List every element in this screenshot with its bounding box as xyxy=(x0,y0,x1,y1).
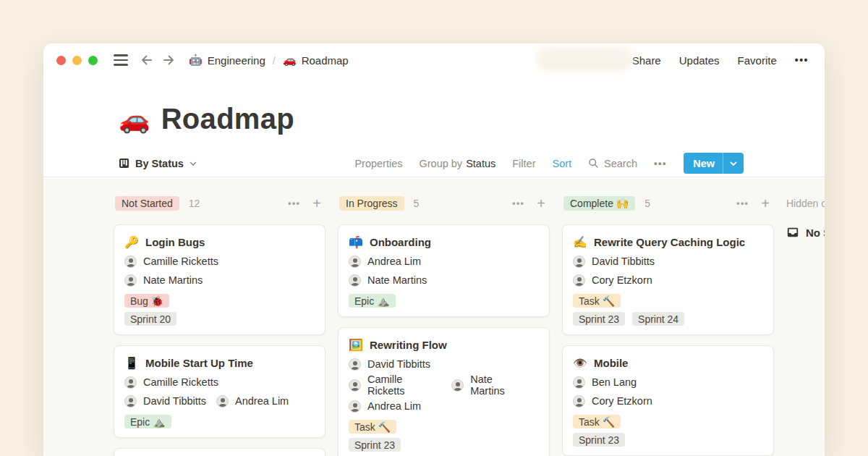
minimize-window-button[interactable] xyxy=(72,56,82,65)
board-card-login-bugs[interactable]: 🔑Login BugsCamille RickettsNate MartinsB… xyxy=(114,224,326,335)
assignee-name: Cory Etzkorn xyxy=(592,395,652,407)
column-more-icon[interactable]: ••• xyxy=(512,198,524,208)
new-dropdown-button[interactable] xyxy=(723,160,744,167)
zoom-window-button[interactable] xyxy=(88,56,98,65)
board-column-not-started: Not Started12•••+🔑Login BugsCamille Rick… xyxy=(114,194,326,456)
search-label: Search xyxy=(604,158,637,169)
avatar xyxy=(349,274,361,287)
assignee-andrea-lim: Andrea Lim xyxy=(216,395,289,408)
card-assignee-row: David TibbittsAndrea Lim xyxy=(124,392,315,410)
column-add-icon[interactable]: + xyxy=(537,196,545,211)
share-button[interactable]: Share xyxy=(632,54,661,67)
titlebar-actions: Share Updates Favorite ••• xyxy=(632,54,809,67)
assignee-name: Cory Etzkorn xyxy=(592,274,652,286)
filter-button[interactable]: Filter xyxy=(512,158,535,169)
column-actions: •••+ xyxy=(512,196,545,211)
avatar xyxy=(124,395,137,408)
assignee-david-tibbitts: David Tibbitts xyxy=(349,358,430,371)
assignee-cory-etzkorn: Cory Etzkorn xyxy=(573,395,652,408)
column-actions: •••+ xyxy=(736,196,770,211)
assignee-camille-ricketts: Camille Ricketts xyxy=(349,373,441,397)
column-add-icon[interactable]: + xyxy=(761,196,770,211)
card-assignee-row: Camille RickettsNate Martins xyxy=(349,373,539,397)
search-button[interactable]: Search xyxy=(588,158,637,169)
hidden-column-no-status[interactable]: No Status xyxy=(786,226,825,239)
board-card-rewriting-flow[interactable]: 🖼️Rewriting FlowDavid TibbittsCamille Ri… xyxy=(338,327,550,456)
card-title: ✍️Rewrite Query Caching Logic xyxy=(573,232,763,252)
card-emoji-icon: 👁️ xyxy=(573,358,587,369)
tag-sprint-23: Sprint 23 xyxy=(349,438,401,452)
breadcrumb-page[interactable]: 🚗 Roadmap xyxy=(283,54,349,67)
chevron-down-icon xyxy=(730,160,737,167)
hidden-columns-toggle[interactable]: Hidden columns xyxy=(786,194,825,213)
group-by-label: Group by xyxy=(419,158,462,169)
board-columns: Not Started12•••+🔑Login BugsCamille Rick… xyxy=(114,194,825,456)
avatar xyxy=(349,358,361,371)
highlight-smudge xyxy=(536,47,633,71)
sort-button[interactable]: Sort xyxy=(552,158,571,169)
sidebar-menu-icon[interactable] xyxy=(114,54,128,65)
properties-button[interactable]: Properties xyxy=(354,158,402,169)
column-add-icon[interactable]: + xyxy=(312,196,321,211)
more-options-icon[interactable]: ••• xyxy=(795,54,809,66)
assignee-nate-martins: Nate Martins xyxy=(124,274,203,287)
avatar xyxy=(124,274,137,287)
card-emoji-icon: 🔑 xyxy=(124,237,139,248)
app-window: 🤖 Engineering / 🚗 Roadmap Share Updates … xyxy=(43,43,825,456)
assignee-ben-lang: Ben Lang xyxy=(573,376,637,389)
board-card-error-codes[interactable]: ‼️Error Codes xyxy=(114,448,326,456)
card-title-text: Onboarding xyxy=(370,236,431,248)
tag-epic: Epic ⛰️ xyxy=(124,415,171,428)
breadcrumb: 🤖 Engineering / 🚗 Roadmap xyxy=(189,54,349,67)
avatar xyxy=(451,379,464,392)
column-more-icon[interactable]: ••• xyxy=(736,198,749,208)
column-status-badge[interactable]: Not Started xyxy=(115,196,179,211)
avatar xyxy=(573,395,585,408)
back-arrow-icon[interactable] xyxy=(140,53,154,67)
card-assignee-row: Ben Lang xyxy=(573,373,763,392)
view-switcher[interactable]: By Status xyxy=(119,158,197,169)
card-assignee-row: Nate Martins xyxy=(349,271,539,290)
tag-task: Task 🔨 xyxy=(573,415,621,428)
page-icon[interactable]: 🚗 xyxy=(119,106,150,132)
card-assignee-row: Camille Ricketts xyxy=(124,252,315,271)
card-tag-row: Task 🔨 xyxy=(573,415,763,428)
tag-task: Task 🔨 xyxy=(573,294,621,308)
board-column-complete: Complete 🙌5•••+✍️Rewrite Query Caching L… xyxy=(562,194,774,456)
board-card-mobile[interactable]: 👁️MobileBen LangCory EtzkornTask 🔨Sprint… xyxy=(562,345,774,456)
breadcrumb-workspace-label: Engineering xyxy=(208,54,265,67)
assignee-name: Camille Ricketts xyxy=(143,376,218,388)
close-window-button[interactable] xyxy=(56,56,66,65)
card-title-text: Login Bugs xyxy=(145,236,205,248)
favorite-button[interactable]: Favorite xyxy=(738,54,777,67)
column-actions: •••+ xyxy=(288,196,321,211)
board-card-mobile-start-up-time[interactable]: 📱Mobile Start Up TimeCamille RickettsDav… xyxy=(114,345,326,438)
board-card-rewrite-query-caching-logic[interactable]: ✍️Rewrite Query Caching LogicDavid Tibbi… xyxy=(562,224,774,335)
column-status-badge[interactable]: Complete 🙌 xyxy=(563,196,635,211)
forward-arrow-icon[interactable] xyxy=(161,53,176,67)
column-count: 12 xyxy=(189,198,200,209)
group-by-value: Status xyxy=(466,158,495,169)
avatar xyxy=(573,256,585,268)
card-emoji-icon: 📱 xyxy=(124,358,139,369)
avatar xyxy=(216,395,229,408)
assignee-name: David Tibbitts xyxy=(592,256,655,267)
updates-button[interactable]: Updates xyxy=(679,54,720,67)
column-more-icon[interactable]: ••• xyxy=(288,198,300,208)
column-status-badge[interactable]: In Progress xyxy=(339,196,404,211)
assignee-nate-martins: Nate Martins xyxy=(349,274,427,287)
group-by-button[interactable]: Group byStatus xyxy=(419,158,495,169)
card-title: 🖼️Rewriting Flow xyxy=(349,335,539,355)
board-card-onboarding[interactable]: 📫OnboardingAndrea LimNate MartinsEpic ⛰️ xyxy=(338,224,550,317)
breadcrumb-workspace[interactable]: 🤖 Engineering xyxy=(189,54,265,67)
new-button[interactable]: New xyxy=(684,153,744,174)
assignee-name: David Tibbitts xyxy=(143,395,206,407)
assignee-name: David Tibbitts xyxy=(367,358,430,370)
assignee-andrea-lim: Andrea Lim xyxy=(349,400,421,413)
breadcrumb-separator: / xyxy=(271,54,277,67)
avatar xyxy=(124,376,137,389)
toolbar-more-icon[interactable]: ••• xyxy=(654,158,667,169)
assignee-camille-ricketts: Camille Ricketts xyxy=(124,376,218,389)
page-title[interactable]: Roadmap xyxy=(161,103,294,135)
card-title: 📱Mobile Start Up Time xyxy=(124,353,315,373)
